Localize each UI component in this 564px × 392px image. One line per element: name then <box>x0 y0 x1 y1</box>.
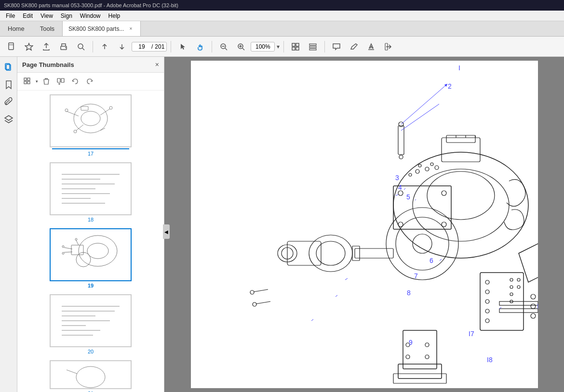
thumbnail-page-19[interactable]: 19 <box>21 228 160 288</box>
select-tool-button[interactable] <box>175 39 190 54</box>
svg-point-77 <box>393 152 528 258</box>
title-text: SK800 SK800 parts manual 053-3000.pdf - … <box>4 2 178 8</box>
svg-point-88 <box>442 191 446 196</box>
svg-line-143 <box>440 259 442 261</box>
svg-point-121 <box>425 343 429 347</box>
pencil-button[interactable] <box>346 39 362 54</box>
thumbnail-page-17[interactable]: 17 <box>21 94 160 157</box>
svg-line-8 <box>225 48 227 50</box>
svg-rect-118 <box>398 364 442 379</box>
svg-text:8: 8 <box>407 289 411 297</box>
svg-rect-17 <box>296 47 299 50</box>
svg-line-146 <box>311 319 313 321</box>
tab-home[interactable]: Home <box>0 21 32 36</box>
thumbnail-page-18[interactable]: 18 <box>21 162 160 222</box>
pages-panel-icon[interactable] <box>2 61 15 74</box>
upload-button[interactable] <box>39 39 54 54</box>
tool-grid-button[interactable] <box>288 39 303 54</box>
svg-point-129 <box>531 314 536 318</box>
svg-line-137 <box>401 85 446 124</box>
thumbnail-label-20: 20 <box>88 349 94 354</box>
search-button[interactable] <box>73 39 89 54</box>
panel-collapse-button[interactable]: ◀ <box>163 224 170 239</box>
new-button[interactable] <box>4 39 19 54</box>
sep1 <box>93 41 93 52</box>
layers-panel-icon[interactable] <box>2 113 15 126</box>
svg-point-107 <box>485 290 489 294</box>
menu-help[interactable]: Help <box>105 12 124 20</box>
zoom-out-button[interactable] <box>216 39 231 54</box>
svg-point-93 <box>409 173 412 176</box>
svg-point-95 <box>430 163 433 166</box>
pdf-area[interactable]: I 2 3 4 5 6 7 8 9 I0 II I2 I2 I3 I4 I5 I… <box>164 57 564 392</box>
sep3 <box>212 41 212 52</box>
page-nav: / 201 <box>132 42 167 52</box>
svg-point-125 <box>396 217 449 270</box>
menu-view[interactable]: View <box>37 12 57 20</box>
tool-list-button[interactable] <box>305 39 321 54</box>
sep2 <box>171 41 171 52</box>
tab-close-button[interactable]: × <box>127 25 134 33</box>
zoom-input[interactable] <box>251 42 275 52</box>
hand-tool-button[interactable] <box>192 39 208 54</box>
svg-text:7: 7 <box>414 272 418 280</box>
menu-bar: File Edit View Sign Window Help <box>0 11 564 21</box>
bookmarks-panel-icon[interactable] <box>2 78 15 91</box>
thumbnail-page-20[interactable]: 20 <box>21 294 160 354</box>
thumbnails-panel: Page Thumbnails × ▾ <box>17 57 164 392</box>
prev-page-button[interactable] <box>97 39 112 54</box>
svg-text:9: 9 <box>409 339 413 346</box>
page-input[interactable] <box>134 43 149 50</box>
thumbnail-page-21[interactable]: 21 <box>21 360 160 392</box>
svg-rect-105 <box>499 309 538 313</box>
share-button[interactable] <box>381 39 396 54</box>
tab-document[interactable]: SK800 SK800 parts... × <box>62 21 141 36</box>
menu-sign[interactable]: Sign <box>57 12 76 20</box>
menu-edit[interactable]: Edit <box>19 12 37 20</box>
svg-point-122 <box>406 355 410 359</box>
tab-tools[interactable]: Tools <box>32 21 62 36</box>
menu-window[interactable]: Window <box>76 12 105 20</box>
comment-button[interactable] <box>329 39 344 54</box>
svg-text:I0: I0 <box>537 302 538 310</box>
zoom-dropdown-arrow[interactable]: ▾ <box>277 43 280 50</box>
thumbnail-wrapper-17 <box>50 94 132 147</box>
svg-rect-55 <box>52 231 129 279</box>
svg-point-124 <box>386 208 458 280</box>
svg-rect-81 <box>446 135 475 143</box>
svg-point-90 <box>416 170 419 173</box>
svg-line-130 <box>254 289 268 292</box>
page-total: 201 <box>155 43 164 50</box>
print-button[interactable] <box>56 39 71 54</box>
panel-insert-button[interactable] <box>54 76 67 87</box>
svg-rect-0 <box>9 43 13 50</box>
panel-redo-button[interactable] <box>83 76 96 87</box>
svg-point-94 <box>418 164 421 167</box>
panel-undo-button[interactable] <box>69 76 81 87</box>
svg-line-132 <box>256 301 270 304</box>
thumbnail-wrapper-20 <box>50 294 132 347</box>
svg-line-145 <box>336 295 337 297</box>
panel-close-button[interactable]: × <box>155 61 159 68</box>
svg-point-136 <box>399 155 403 159</box>
star-button[interactable] <box>21 39 37 54</box>
svg-text:6: 6 <box>430 257 433 264</box>
next-page-button[interactable] <box>114 39 130 54</box>
attachments-panel-icon[interactable] <box>2 95 15 109</box>
panel-grid-button[interactable] <box>21 76 34 87</box>
highlight-button[interactable] <box>363 39 379 54</box>
panel-delete-button[interactable] <box>40 76 53 87</box>
svg-point-131 <box>250 290 254 294</box>
thumbnail-label-17: 17 <box>88 151 94 157</box>
svg-text:I7: I7 <box>469 330 474 338</box>
svg-line-142 <box>415 199 416 200</box>
svg-rect-26 <box>27 78 30 80</box>
icon-strip <box>0 57 17 392</box>
zoom-in-button[interactable] <box>233 39 249 54</box>
svg-rect-25 <box>24 78 27 80</box>
svg-point-113 <box>510 293 513 296</box>
svg-point-123 <box>425 355 429 359</box>
svg-rect-19 <box>309 46 316 48</box>
menu-file[interactable]: File <box>2 12 19 20</box>
thumbnail-label-19: 19 <box>88 283 94 288</box>
